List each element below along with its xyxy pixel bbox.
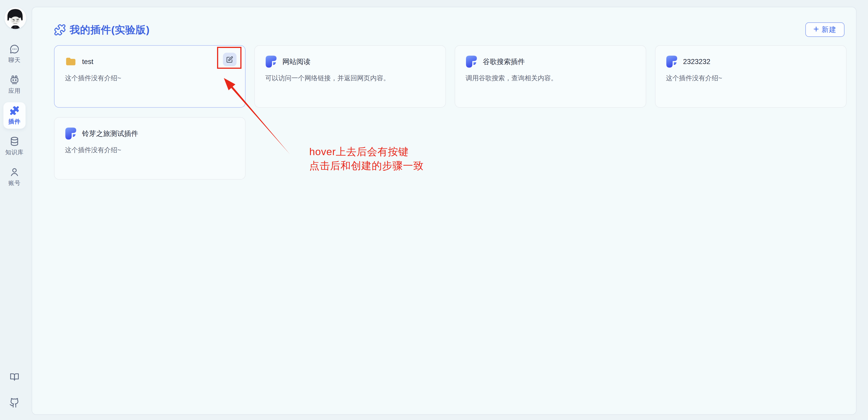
book-icon: [9, 372, 20, 382]
plugin-description: 这个插件没有介绍~: [666, 73, 837, 83]
new-plugin-button[interactable]: + 新建: [805, 22, 844, 37]
plugin-name: 2323232: [683, 58, 710, 66]
plugin-card[interactable]: 铃芽之旅测试插件 这个插件没有介绍~: [54, 117, 246, 180]
plugin-name: test: [82, 58, 93, 66]
sidebar-item-apps[interactable]: 应用: [3, 71, 26, 98]
sidebar: 聊天 应用 插件 知识库 账号: [0, 0, 32, 420]
plugin-name: 网站阅读: [282, 57, 310, 66]
plugin-card-head: 2323232: [666, 56, 837, 68]
page-header: 我的插件(实验版): [54, 23, 150, 37]
annotation-line: 点击后和创建的步骤一致: [309, 159, 424, 173]
plugin-description: 这个插件没有介绍~: [65, 73, 236, 83]
edit-plugin-button[interactable]: [223, 53, 237, 66]
database-icon: [9, 136, 20, 147]
plugin-description: 这个插件没有介绍~: [65, 145, 236, 154]
annotation-text: hover上去后会有按键 点击后和创建的步骤一致: [309, 145, 424, 173]
sidebar-item-label: 账号: [8, 179, 21, 187]
cards-grid: test 这个插件没有介绍~ 网站阅读 可以访问一个网络链接，并返回网页内容。: [54, 45, 847, 180]
plugin-logo-icon: [265, 56, 277, 68]
plugin-logo-icon: [65, 127, 76, 140]
github-icon: [9, 398, 20, 408]
plugin-card-head: test: [65, 56, 236, 68]
plugin-card[interactable]: 网站阅读 可以访问一个网络链接，并返回网页内容。: [254, 45, 446, 108]
plugin-card-head: 谷歌搜索插件: [466, 56, 637, 68]
sidebar-item-account[interactable]: 账号: [3, 164, 26, 190]
plugin-card[interactable]: 2323232 这个插件没有介绍~: [655, 45, 846, 108]
plugin-logo-icon: [466, 56, 477, 68]
plugin-description: 调用谷歌搜索，查询相关内容。: [466, 73, 637, 83]
sidebar-github-button[interactable]: [3, 394, 26, 411]
sidebar-docs-button[interactable]: [3, 369, 26, 385]
chat-bubble-icon: [9, 44, 20, 54]
plugin-card[interactable]: test 这个插件没有介绍~: [54, 45, 246, 108]
plugins-title-icon: [54, 24, 66, 36]
plugin-card-head: 铃芽之旅测试插件: [65, 127, 236, 140]
plugin-card-head: 网站阅读: [265, 56, 436, 68]
puzzle-icon: [9, 106, 20, 116]
robot-icon: [9, 74, 20, 85]
page-title: 我的插件(实验版): [70, 23, 150, 37]
plugin-logo-icon: [666, 56, 678, 68]
sidebar-item-label: 应用: [8, 87, 21, 95]
annotation-line: hover上去后会有按键: [309, 145, 424, 159]
sidebar-item-label: 聊天: [8, 56, 21, 64]
sidebar-item-plugins[interactable]: 插件: [3, 102, 26, 129]
plugin-card[interactable]: 谷歌搜索插件 调用谷歌搜索，查询相关内容。: [455, 45, 646, 108]
user-icon: [9, 167, 20, 177]
folder-icon: [65, 56, 76, 68]
plugin-name: 铃芽之旅测试插件: [82, 129, 138, 139]
sidebar-item-knowledge-base[interactable]: 知识库: [3, 133, 26, 159]
sidebar-item-label: 知识库: [5, 148, 24, 156]
avatar[interactable]: [4, 7, 26, 29]
plus-icon: +: [813, 24, 819, 34]
avatar-image: [4, 7, 26, 29]
sidebar-item-chat[interactable]: 聊天: [3, 41, 26, 67]
plugin-name: 谷歌搜索插件: [483, 57, 525, 66]
sidebar-item-label: 插件: [8, 118, 21, 125]
edit-icon: [226, 56, 233, 63]
plugin-description: 可以访问一个网络链接，并返回网页内容。: [265, 73, 436, 83]
